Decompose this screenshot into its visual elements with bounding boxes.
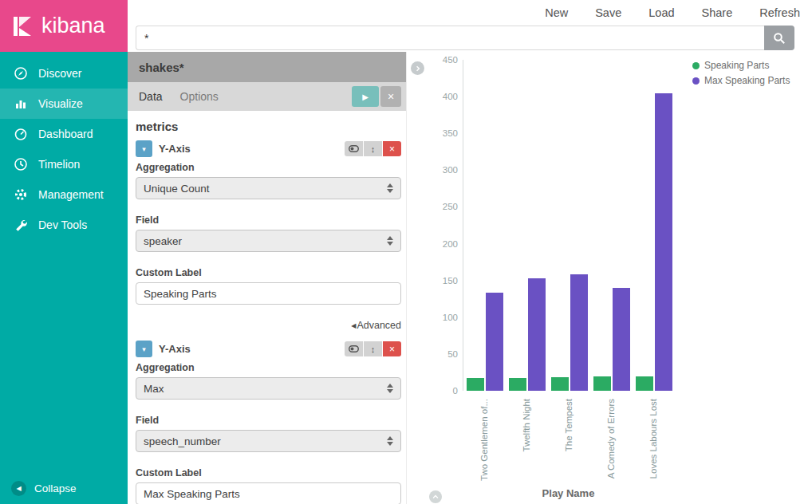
x-axis-label: Two Gentlemen of... — [479, 399, 489, 486]
metric-title: Y-Axis — [159, 143, 191, 155]
custom-label-input[interactable] — [136, 482, 401, 504]
sidebar-item-label: Discover — [38, 67, 81, 80]
query-input[interactable] — [136, 26, 764, 50]
field-label: Field — [136, 215, 401, 226]
bar-series2[interactable] — [570, 274, 588, 391]
bar-chart-icon — [13, 96, 29, 111]
y-tick-label: 50 — [407, 349, 458, 359]
chevron-down-icon: ▾ — [142, 145, 146, 153]
reorder-metric-button[interactable]: ↕ — [364, 141, 382, 156]
legend-item[interactable]: Speaking Parts — [692, 60, 790, 71]
bar-series2[interactable] — [655, 93, 672, 392]
up-down-arrows-icon: ↕ — [371, 345, 376, 354]
bar-series1[interactable] — [593, 376, 611, 391]
y-tick-label: 350 — [407, 128, 458, 138]
discard-changes-button[interactable]: × — [380, 86, 401, 107]
legend-label: Speaking Parts — [704, 60, 769, 71]
legend-dot — [692, 62, 700, 69]
sidebar-item-management[interactable]: Management — [0, 179, 128, 210]
field-select[interactable]: speech_number — [136, 430, 401, 452]
sidebar-item-discover[interactable]: Discover — [0, 58, 128, 89]
sidebar-nav: Discover Visualize Dashboard Timelion — [0, 58, 128, 240]
close-icon: × — [389, 344, 395, 355]
disable-metric-button[interactable] — [345, 141, 363, 156]
share-button[interactable]: Share — [702, 6, 733, 19]
kibana-logo[interactable]: kibana — [0, 0, 128, 52]
custom-label-input[interactable] — [136, 282, 401, 305]
remove-metric-button[interactable]: × — [383, 141, 401, 156]
field-group: Field speech_number — [136, 415, 401, 452]
sidebar-item-timelion[interactable]: Timelion — [0, 149, 128, 179]
chart-legend: Speaking Parts Max Speaking Parts — [692, 60, 790, 86]
select-value: speaker — [144, 235, 182, 247]
bar-series2[interactable] — [613, 288, 630, 391]
sidebar-item-label: Management — [38, 188, 104, 201]
load-button[interactable]: Load — [648, 6, 674, 19]
metrics-heading: metrics — [136, 120, 401, 133]
sidebar-collapse-button[interactable]: ◀ Collapse — [0, 472, 128, 504]
aggregation-select[interactable]: Max — [136, 377, 401, 400]
bar-series1[interactable] — [636, 376, 653, 391]
save-button[interactable]: Save — [595, 6, 621, 19]
collapse-bottom-button[interactable] — [429, 490, 442, 503]
bar-series1[interactable] — [551, 377, 569, 391]
toggle-icon — [349, 145, 359, 152]
x-axis-title: Play Name — [463, 487, 674, 499]
select-value: speech_number — [144, 435, 221, 447]
chevron-down-icon: ▾ — [142, 345, 146, 353]
aggregation-select[interactable]: Unique Count — [136, 177, 401, 199]
reorder-metric-button[interactable]: ↕ — [364, 341, 382, 356]
editor-tabs: Data Options ▶ × — [128, 82, 406, 111]
collapse-label: Collapse — [34, 482, 77, 494]
advanced-link[interactable]: ◀Advanced — [136, 320, 401, 331]
y-tick-label: 100 — [407, 313, 458, 322]
y-tick-label: 450 — [407, 55, 458, 65]
metric-title: Y-Axis — [159, 343, 191, 355]
vis-editor-panel: shakes* Data Options ▶ × metrics ▾ — [128, 52, 407, 504]
kibana-app: kibana Discover Visualize Dashboard — [0, 0, 812, 504]
toggle-icon — [349, 345, 359, 352]
field-select[interactable]: speaker — [136, 230, 401, 252]
close-icon: × — [389, 144, 395, 155]
kibana-logo-icon — [10, 14, 35, 39]
bar-series2[interactable] — [486, 293, 503, 391]
select-carets-icon — [387, 183, 393, 193]
tab-options[interactable]: Options — [180, 90, 219, 103]
aggregation-label: Aggregation — [136, 162, 401, 173]
query-bar — [128, 26, 812, 52]
search-icon — [773, 32, 786, 45]
metric-header: ▾ Y-Axis ↕ × — [136, 341, 401, 357]
remove-metric-button[interactable]: × — [383, 341, 401, 356]
select-carets-icon — [387, 384, 393, 393]
x-axis-label: The Tempest — [564, 399, 574, 486]
select-carets-icon — [387, 436, 393, 446]
custom-label-group: Custom Label — [136, 467, 401, 504]
collapse-metric-button[interactable]: ▾ — [136, 140, 152, 157]
index-pattern-title: shakes* — [128, 52, 406, 82]
aggregation-group: Aggregation Max — [136, 362, 401, 400]
metric-actions: ↕ × — [345, 341, 401, 356]
bar-series1[interactable] — [509, 378, 526, 391]
collapse-metric-button[interactable]: ▾ — [136, 341, 152, 357]
bar-series2[interactable] — [528, 278, 546, 391]
content: shakes* Data Options ▶ × metrics ▾ — [128, 52, 812, 504]
gauge-icon — [13, 127, 29, 141]
legend-dot — [692, 77, 700, 85]
main-area: New Save Load Share Refresh shakes* Data… — [128, 0, 812, 504]
logo-text: kibana — [41, 14, 105, 38]
refresh-button[interactable]: Refresh — [759, 6, 800, 19]
legend-item[interactable]: Max Speaking Parts — [692, 75, 790, 86]
sidebar-item-dev-tools[interactable]: Dev Tools — [0, 210, 128, 240]
sidebar-item-visualize[interactable]: Visualize — [0, 89, 128, 119]
tab-data[interactable]: Data — [139, 90, 163, 103]
disable-metric-button[interactable] — [345, 341, 363, 356]
apply-changes-button[interactable]: ▶ — [352, 86, 379, 107]
new-button[interactable]: New — [545, 6, 568, 19]
y-tick-label: 250 — [407, 202, 458, 211]
y-tick-label: 200 — [407, 239, 458, 249]
bar-series1[interactable] — [467, 378, 484, 391]
search-button[interactable] — [764, 26, 794, 50]
metric-section-2: ▾ Y-Axis ↕ × Aggregation — [136, 341, 401, 504]
top-nav: New Save Load Share Refresh — [128, 0, 812, 26]
sidebar-item-dashboard[interactable]: Dashboard — [0, 119, 128, 149]
